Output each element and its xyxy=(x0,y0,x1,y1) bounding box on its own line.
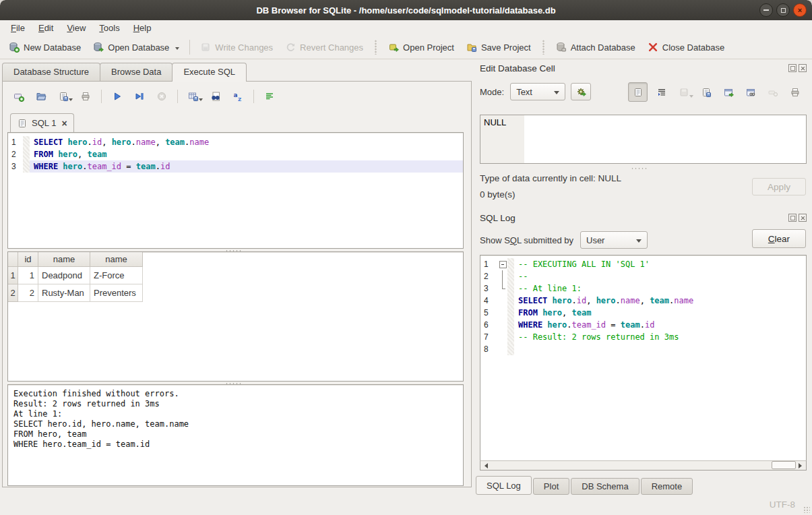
close-database-button[interactable]: Close Database xyxy=(642,39,731,55)
sql-log-view[interactable]: 1-- EXECUTING ALL IN 'SQL 1'2--3-- At li… xyxy=(480,255,807,471)
execute-all-button[interactable] xyxy=(109,88,125,104)
text-view-button[interactable] xyxy=(628,82,648,102)
open-database-button[interactable]: Open Database xyxy=(87,39,185,55)
sql-log-line[interactable]: 1-- EXECUTING ALL IN 'SQL 1' xyxy=(480,258,806,270)
copy-link-button[interactable] xyxy=(742,84,759,100)
grid-corner[interactable] xyxy=(8,252,18,267)
submitter-select[interactable]: User xyxy=(580,231,648,249)
fold-marker-icon[interactable] xyxy=(498,258,507,270)
minimize-button[interactable] xyxy=(759,3,773,17)
clear-log-button[interactable]: Clear xyxy=(752,229,806,248)
save-project-button[interactable]: Save Project xyxy=(460,39,537,55)
new-database-button[interactable]: New Database xyxy=(3,39,87,55)
sql-editor-line[interactable]: 1SELECT hero.id, hero.name, team.name xyxy=(8,136,463,148)
save-results-button[interactable] xyxy=(185,88,201,104)
tab-browse-data[interactable]: Browse Data xyxy=(100,63,173,81)
auto-complete-button[interactable]: az xyxy=(230,88,246,104)
attach-database-button[interactable]: Attach Database xyxy=(550,39,642,55)
row-header[interactable]: 1 xyxy=(8,267,18,284)
menu-view[interactable]: View xyxy=(60,22,92,34)
print-cell-button[interactable] xyxy=(786,84,803,100)
open-project-button[interactable]: Open Project xyxy=(382,39,460,55)
splitter-handle[interactable] xyxy=(631,167,648,170)
dropdown-arrow-icon[interactable] xyxy=(175,47,179,52)
scroll-left-button[interactable] xyxy=(480,461,491,470)
horizontal-scrollbar[interactable] xyxy=(480,460,807,471)
sql-log-line[interactable]: 4SELECT hero.id, hero.name, team.name xyxy=(480,295,806,307)
print-sql-button[interactable] xyxy=(77,88,94,104)
encoding-indicator[interactable]: UTF-8 xyxy=(770,499,795,510)
execute-current-line-button[interactable] xyxy=(131,88,148,104)
sql-log-line[interactable]: 8 xyxy=(480,343,806,355)
write-changes-button[interactable]: Write Changes xyxy=(194,39,279,55)
sql-log-line[interactable]: 2-- xyxy=(480,270,806,282)
revert-changes-button[interactable]: Revert Changes xyxy=(279,39,369,55)
column-header-id[interactable]: id xyxy=(18,252,38,267)
table-cell[interactable]: 2 xyxy=(18,284,38,302)
table-cell[interactable]: Preventers xyxy=(90,284,143,302)
table-cell[interactable]: Deadpond xyxy=(38,267,90,284)
dock-tab-sql-log[interactable]: SQL Log xyxy=(476,476,532,495)
close-button[interactable]: × xyxy=(793,3,807,17)
export-data-button[interactable] xyxy=(697,84,714,100)
dock-tab-plot[interactable]: Plot xyxy=(533,478,569,495)
dropdown-arrow-icon[interactable] xyxy=(689,95,693,100)
new-sql-tab-button[interactable] xyxy=(11,88,27,104)
dock-tab-db-schema[interactable]: DB Schema xyxy=(571,478,639,495)
table-cell[interactable]: Rusty-Man xyxy=(38,284,90,302)
sql-editor[interactable]: 1SELECT hero.id, hero.name, team.name2FR… xyxy=(7,132,464,249)
submitter-value: User xyxy=(586,235,604,245)
resize-grip[interactable] xyxy=(803,506,810,513)
sql-editor-line[interactable]: 2FROM hero, team xyxy=(8,148,463,160)
sql-log-line[interactable]: 3-- At line 1: xyxy=(480,282,806,295)
sql-editor-line[interactable]: 3WHERE hero.team_id = team.id xyxy=(8,160,463,173)
save-sql-file-button[interactable] xyxy=(55,88,71,104)
stop-button[interactable] xyxy=(154,88,170,104)
dock-tab-remote[interactable]: Remote xyxy=(641,478,693,495)
menu-edit[interactable]: Edit xyxy=(32,22,60,34)
find-button[interactable] xyxy=(208,88,224,104)
cell-text-area[interactable] xyxy=(524,115,806,163)
table-cell[interactable]: Z-Force xyxy=(90,267,143,284)
mode-select[interactable]: Text xyxy=(510,83,565,100)
import-data-button[interactable] xyxy=(675,84,692,100)
open-sql-file-button[interactable] xyxy=(33,88,49,104)
sql-editor-tab[interactable]: SQL 1× xyxy=(10,113,74,132)
toolbar-separator xyxy=(189,40,190,55)
toolbar-button-label: Revert Changes xyxy=(300,42,363,53)
fold-marker-icon[interactable] xyxy=(498,270,507,282)
row-header[interactable]: 2 xyxy=(8,284,18,302)
menu-file[interactable]: File xyxy=(4,22,32,34)
column-header-name[interactable]: name xyxy=(90,252,143,267)
table-cell[interactable]: 1 xyxy=(18,267,38,284)
import-settings-button[interactable] xyxy=(571,83,591,100)
word-wrap-button[interactable] xyxy=(653,84,670,100)
format-sql-button[interactable] xyxy=(261,88,278,104)
dropdown-arrow-icon[interactable] xyxy=(69,98,73,103)
scrollbar-track[interactable] xyxy=(491,461,796,470)
close-tab-icon[interactable]: × xyxy=(61,118,67,129)
scrollbar-thumb[interactable] xyxy=(772,461,796,469)
sql-log-line[interactable]: 6WHERE hero.team_id = team.id xyxy=(480,319,806,331)
fold-marker-icon[interactable] xyxy=(498,282,507,295)
menu-tools[interactable]: Tools xyxy=(92,22,126,34)
scroll-right-button[interactable] xyxy=(796,461,806,470)
apply-button[interactable]: Apply xyxy=(752,178,806,195)
menu-help[interactable]: Help xyxy=(127,22,158,34)
open-external-button[interactable] xyxy=(720,84,737,100)
save-results-icon xyxy=(188,91,199,102)
float-panel-icon[interactable] xyxy=(788,64,797,72)
tab-execute-sql[interactable]: Execute SQL xyxy=(172,63,247,82)
dropdown-arrow-icon[interactable] xyxy=(199,98,203,103)
close-panel-icon[interactable] xyxy=(799,214,807,222)
close-panel-icon[interactable] xyxy=(799,64,807,72)
cell-editor[interactable]: NULL xyxy=(480,115,807,164)
maximize-button[interactable] xyxy=(776,3,790,17)
tab-database-structure[interactable]: Database Structure xyxy=(2,63,100,81)
column-header-name[interactable]: name xyxy=(38,252,90,267)
titlebar[interactable]: DB Browser for SQLite - /home/user/code/… xyxy=(0,0,812,20)
sql-log-line[interactable]: 7-- Result: 2 rows returned in 3ms xyxy=(480,331,806,343)
float-panel-icon[interactable] xyxy=(788,214,797,222)
set-null-button[interactable] xyxy=(764,84,781,100)
sql-log-line[interactable]: 5FROM hero, team xyxy=(480,307,806,319)
